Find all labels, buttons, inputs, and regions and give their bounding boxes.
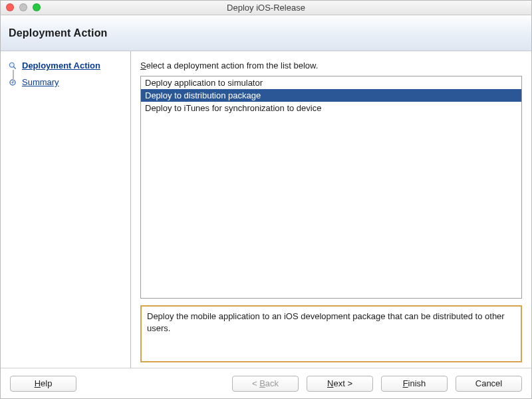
cancel-button[interactable]: Cancel bbox=[456, 376, 522, 392]
list-item[interactable]: Deploy to distribution package bbox=[141, 89, 521, 102]
finish-button[interactable]: Finish bbox=[381, 376, 448, 392]
content-pane: Select a deployment action from the list… bbox=[131, 51, 531, 368]
button-bar: Help < Back Next > Finish Cancel bbox=[1, 368, 531, 398]
list-item[interactable]: Deploy to iTunes for synchronization to … bbox=[141, 102, 521, 114]
list-item[interactable]: Deploy application to simulator bbox=[141, 76, 521, 89]
description-box: Deploy the mobile application to an iOS … bbox=[140, 305, 522, 362]
dialog-window: Deploy iOS-Release Deployment Action Dep… bbox=[0, 0, 532, 399]
window-title: Deploy iOS-Release bbox=[227, 3, 305, 13]
page-header: Deployment Action bbox=[1, 15, 531, 51]
description-text: Deploy the mobile application to an iOS … bbox=[147, 311, 505, 333]
nav-step-summary[interactable]: Summary bbox=[9, 77, 124, 87]
magnifier-icon bbox=[9, 62, 17, 70]
titlebar: Deploy iOS-Release bbox=[1, 1, 531, 15]
nav-step-label: Deployment Action bbox=[22, 61, 100, 70]
nav-step-deployment-action[interactable]: Deployment Action bbox=[9, 61, 124, 70]
body: Deployment Action Summary Select a deplo… bbox=[1, 51, 531, 368]
zoom-icon[interactable] bbox=[33, 3, 41, 11]
page-title: Deployment Action bbox=[9, 27, 108, 39]
wizard-sidebar: Deployment Action Summary bbox=[1, 51, 131, 368]
deployment-action-list[interactable]: Deploy application to simulator Deploy t… bbox=[140, 76, 522, 299]
window-controls bbox=[6, 3, 41, 11]
instruction-rest: elect a deployment action from the list … bbox=[146, 61, 319, 70]
instruction-mnemonic: S bbox=[140, 61, 146, 70]
instruction-text: Select a deployment action from the list… bbox=[140, 61, 522, 70]
wizard-nav: Deployment Action Summary bbox=[9, 61, 124, 87]
nav-step-label: Summary bbox=[22, 77, 59, 87]
close-icon[interactable] bbox=[6, 3, 14, 11]
next-button[interactable]: Next > bbox=[307, 376, 373, 392]
svg-line-1 bbox=[13, 66, 15, 68]
minimize-icon[interactable] bbox=[19, 3, 27, 11]
back-button: < Back bbox=[232, 376, 299, 392]
nav-connector-line bbox=[13, 70, 14, 83]
help-button[interactable]: Help bbox=[10, 376, 76, 392]
